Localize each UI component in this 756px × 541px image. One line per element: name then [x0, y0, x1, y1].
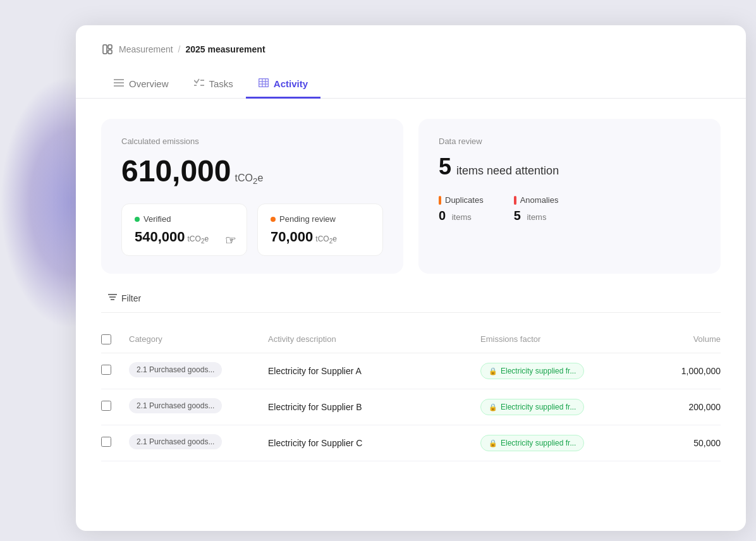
emissions-number: 610,000	[121, 154, 231, 188]
tasks-icon	[194, 78, 204, 89]
table-row[interactable]: 2.1 Purchased goods... Electricity for S…	[101, 353, 721, 389]
anomalies-section: Anomalies 5 items	[514, 195, 559, 223]
duplicates-section: Duplicates 0 items	[439, 195, 484, 223]
cursor-icon: ☞	[225, 233, 236, 248]
row1-checkbox-cell	[101, 365, 129, 377]
row3-checkbox-cell	[101, 437, 129, 449]
anomalies-bar	[514, 196, 516, 205]
row2-emissions-factor: 🔒 Electricity supplied fr...	[480, 399, 645, 415]
verified-label: Verified	[135, 214, 234, 224]
content: Calculated emissions 610,000 tCO2e Verif…	[76, 99, 746, 482]
lock-icon: 🔒	[489, 439, 497, 447]
pending-value: 70,000 tCO2e	[271, 229, 370, 245]
breadcrumb-parent[interactable]: Measurement	[119, 44, 173, 54]
review-details: Duplicates 0 items Anomalies	[439, 195, 700, 223]
row1-category: 2.1 Purchased goods...	[129, 362, 268, 380]
emissions-card: Calculated emissions 610,000 tCO2e Verif…	[101, 119, 403, 274]
filter-button[interactable]: Filter	[101, 289, 147, 307]
emissions-factor-badge: 🔒 Electricity supplied fr...	[480, 363, 584, 379]
svg-rect-8	[259, 79, 268, 87]
svg-rect-2	[108, 50, 112, 54]
header-description: Activity description	[268, 334, 480, 346]
filter-row: Filter	[101, 289, 721, 313]
review-label: Data review	[439, 137, 700, 146]
activity-table: Category Activity description Emissions …	[101, 328, 721, 461]
table-row[interactable]: 2.1 Purchased goods... Electricity for S…	[101, 425, 721, 461]
breadcrumb-current: 2025 measurement	[185, 44, 265, 54]
pending-unit: tCO2e	[315, 234, 337, 245]
pending-box: Pending review 70,000 tCO2e	[257, 204, 383, 256]
menu-icon	[114, 78, 124, 89]
header-volume: Volume	[645, 334, 721, 346]
row2-description: Electricity for Supplier B	[268, 402, 480, 412]
category-badge: 2.1 Purchased goods...	[129, 362, 222, 377]
tab-overview-label: Overview	[129, 78, 169, 89]
emissions-unit: tCO2e	[235, 173, 264, 186]
category-badge: 2.1 Purchased goods...	[129, 434, 222, 449]
header-category: Category	[129, 334, 268, 346]
filter-icon	[107, 293, 118, 303]
select-all-checkbox[interactable]	[101, 334, 111, 344]
breadcrumb: Measurement / 2025 measurement	[101, 43, 721, 56]
row2-volume: 200,000	[645, 402, 721, 412]
header-checkbox	[101, 334, 129, 346]
emissions-factor-badge: 🔒 Electricity supplied fr...	[480, 435, 584, 451]
row3-volume: 50,000	[645, 438, 721, 448]
review-count: 5	[439, 154, 451, 180]
svg-rect-0	[103, 45, 107, 54]
table-header: Category Activity description Emissions …	[101, 328, 721, 353]
row1-emissions-factor: 🔒 Electricity supplied fr...	[480, 363, 645, 379]
row1-volume: 1,000,000	[645, 366, 721, 376]
tab-overview[interactable]: Overview	[101, 71, 181, 99]
main-card: Measurement / 2025 measurement Overview	[76, 25, 746, 531]
emissions-label: Calculated emissions	[121, 137, 383, 146]
row2-category: 2.1 Purchased goods...	[129, 398, 268, 416]
verified-value: 540,000 tCO2e	[135, 229, 234, 245]
row1-description: Electricity for Supplier A	[268, 366, 480, 376]
svg-rect-1	[108, 45, 112, 49]
lock-icon: 🔒	[489, 403, 497, 411]
review-card: Data review 5 items need attention Dupli…	[418, 119, 721, 274]
row3-checkbox[interactable]	[101, 437, 111, 447]
row3-category: 2.1 Purchased goods...	[129, 434, 268, 452]
row3-description: Electricity for Supplier C	[268, 438, 480, 448]
row2-checkbox-cell	[101, 401, 129, 413]
row1-checkbox[interactable]	[101, 365, 111, 375]
layout-icon	[101, 43, 114, 56]
tab-activity-label: Activity	[274, 78, 308, 89]
emissions-value: 610,000 tCO2e	[121, 154, 383, 188]
table-row[interactable]: 2.1 Purchased goods... Electricity for S…	[101, 389, 721, 425]
duplicates-value: 0 items	[439, 209, 484, 223]
header-emissions-factor: Emissions factor	[480, 334, 645, 346]
verified-unit: tCO2e	[188, 234, 209, 245]
tab-tasks-label: Tasks	[209, 78, 233, 89]
pending-label: Pending review	[271, 214, 370, 224]
breadcrumb-separator: /	[178, 44, 181, 54]
header: Measurement / 2025 measurement Overview	[76, 25, 746, 99]
verified-box: Verified 540,000 tCO2e ☞	[121, 204, 247, 256]
anomalies-value: 5 items	[514, 209, 559, 223]
emissions-factor-badge: 🔒 Electricity supplied fr...	[480, 399, 584, 415]
review-attention: 5 items need attention	[439, 154, 700, 180]
pending-dot	[271, 217, 276, 222]
lock-icon: 🔒	[489, 367, 497, 375]
tabs: Overview Tasks	[101, 71, 721, 98]
verified-dot	[135, 217, 140, 222]
stats-row: Calculated emissions 610,000 tCO2e Verif…	[101, 119, 721, 274]
anomalies-label: Anomalies	[514, 195, 559, 205]
filter-label: Filter	[121, 293, 141, 303]
duplicates-label: Duplicates	[439, 195, 484, 205]
tab-tasks[interactable]: Tasks	[181, 71, 246, 99]
category-badge: 2.1 Purchased goods...	[129, 398, 222, 413]
duplicates-bar	[439, 196, 441, 205]
review-attention-text: items need attention	[456, 164, 559, 178]
table-icon	[259, 78, 269, 89]
row3-emissions-factor: 🔒 Electricity supplied fr...	[480, 435, 645, 451]
tab-activity[interactable]: Activity	[246, 71, 320, 99]
row2-checkbox[interactable]	[101, 401, 111, 411]
verified-row: Verified 540,000 tCO2e ☞ Pending review	[121, 204, 383, 256]
